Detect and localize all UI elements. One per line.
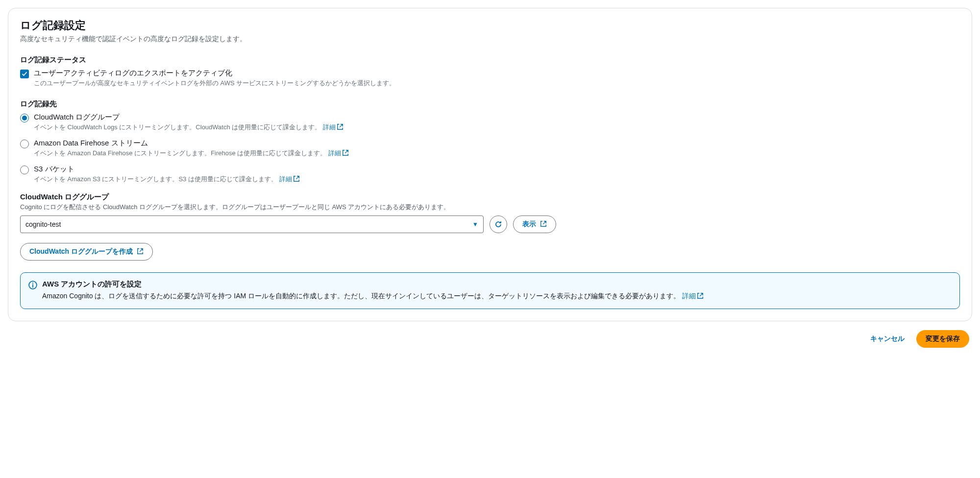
refresh-button[interactable] (490, 215, 507, 233)
external-link-icon (342, 149, 349, 158)
svg-point-1 (32, 283, 33, 284)
dest-link-s3[interactable]: 詳細 (279, 175, 300, 183)
info-title: AWS アカウントの許可を設定 (42, 280, 704, 289)
save-button[interactable]: 変更を保存 (916, 330, 969, 348)
dest-label-firehose: Amazon Data Firehose ストリーム (34, 139, 349, 148)
dest-link-firehose[interactable]: 詳細 (328, 149, 349, 157)
external-link-icon (540, 220, 547, 229)
activate-export-checkbox-row: ユーザーアクティビティログのエクスポートをアクティブ化 このユーザープールが高度… (20, 69, 960, 88)
dest-radio-firehose[interactable] (20, 140, 29, 148)
dest-desc-firehose: イベントを Amazon Data Firehose にストリーミングします。F… (34, 149, 349, 158)
permissions-info-box: AWS アカウントの許可を設定 Amazon Cognito は、ログを送信する… (20, 272, 960, 309)
create-loggroup-button[interactable]: CloudWatch ロググループを作成 (20, 243, 153, 261)
dest-radio-cloudwatch[interactable] (20, 114, 29, 122)
destination-heading: ログ記録先 (20, 99, 960, 109)
panel-description: 高度なセキュリティ機能で認証イベントの高度なログ記録を設定します。 (20, 35, 960, 44)
cancel-button[interactable]: キャンセル (865, 330, 909, 348)
svg-rect-2 (32, 284, 33, 287)
info-link[interactable]: 詳細 (682, 292, 704, 300)
dest-link-cloudwatch[interactable]: 詳細 (323, 123, 343, 131)
log-settings-panel: ログ記録設定 高度なセキュリティ機能で認証イベントの高度なログ記録を設定します。… (8, 8, 972, 321)
loggroup-selected-value: cognito-test (25, 220, 61, 228)
activate-export-desc: このユーザープールが高度なセキュリティイベントログを外部の AWS サービスにス… (34, 79, 395, 88)
dest-option-cloudwatch: CloudWatch ロググループ イベントを CloudWatch Logs … (20, 113, 960, 132)
footer-actions: キャンセル 変更を保存 (8, 330, 972, 348)
info-icon (28, 281, 37, 289)
dest-label-s3: S3 バケット (34, 165, 300, 174)
dest-label-cloudwatch: CloudWatch ロググループ (34, 113, 343, 122)
caret-down-icon: ▼ (472, 221, 478, 228)
dest-option-firehose: Amazon Data Firehose ストリーム イベントを Amazon … (20, 139, 960, 158)
dest-desc-s3: イベントを Amazon S3 にストリーミングします。S3 は使用量に応じて課… (34, 175, 300, 184)
external-link-icon (697, 292, 704, 301)
loggroup-select-row: cognito-test ▼ 表示 (20, 215, 960, 233)
dest-option-s3: S3 バケット イベントを Amazon S3 にストリーミングします。S3 は… (20, 165, 960, 184)
info-text: Amazon Cognito は、ログを送信するために必要な許可を持つ IAM … (42, 292, 704, 301)
check-icon (22, 71, 27, 77)
status-heading: ログ記録ステータス (20, 55, 960, 65)
activate-export-label: ユーザーアクティビティログのエクスポートをアクティブ化 (34, 69, 395, 78)
view-loggroup-button[interactable]: 表示 (513, 215, 556, 233)
loggroup-select[interactable]: cognito-test ▼ (20, 215, 484, 233)
external-link-icon (137, 248, 144, 256)
loggroup-label: CloudWatch ロググループ (20, 192, 960, 202)
external-link-icon (337, 123, 343, 132)
panel-title: ログ記録設定 (20, 18, 960, 33)
external-link-icon (293, 175, 300, 184)
refresh-icon (494, 220, 502, 228)
dest-radio-s3[interactable] (20, 166, 29, 174)
activate-export-checkbox[interactable] (20, 70, 29, 78)
loggroup-desc: Cognito にログを配信させる CloudWatch ロググループを選択しま… (20, 203, 960, 212)
dest-desc-cloudwatch: イベントを CloudWatch Logs にストリーミングします。CloudW… (34, 123, 343, 132)
